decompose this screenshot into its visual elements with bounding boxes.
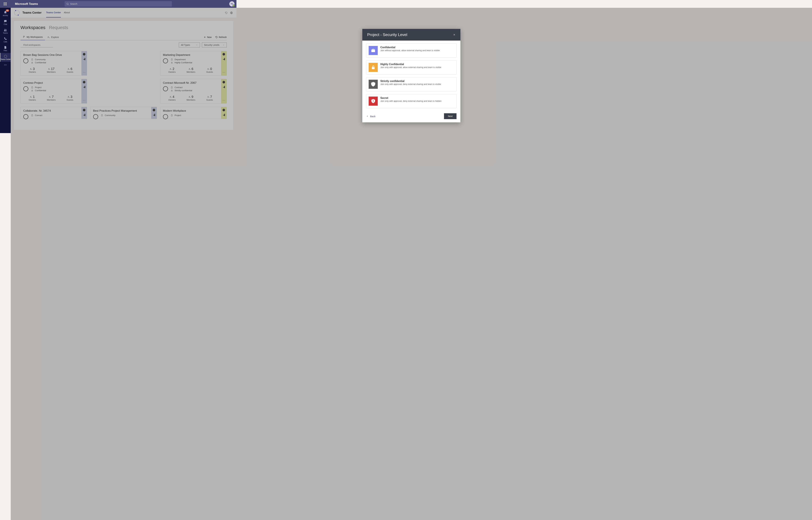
chat-icon bbox=[4, 20, 7, 23]
svg-point-5 bbox=[5, 64, 5, 65]
svg-point-2 bbox=[6, 29, 6, 30]
svg-point-4 bbox=[4, 64, 5, 65]
file-icon bbox=[4, 46, 7, 49]
teams-icon bbox=[4, 28, 7, 32]
activity-badge: 92 bbox=[6, 9, 9, 12]
global-search[interactable] bbox=[65, 1, 172, 7]
nav-files[interactable]: Files bbox=[0, 44, 11, 53]
svg-point-1 bbox=[4, 29, 5, 30]
app-name: Microsoft Teams bbox=[15, 2, 38, 6]
modal-overlay: Project - Security Level Confidential Jo… bbox=[11, 8, 236, 133]
app-icon bbox=[4, 54, 7, 58]
search-input[interactable] bbox=[70, 3, 170, 5]
left-nav: 92 Activity Chat Teams Calls Files Teams… bbox=[0, 8, 11, 133]
nav-more[interactable] bbox=[0, 62, 11, 68]
titlebar: Microsoft Teams TC bbox=[0, 0, 236, 8]
phone-icon bbox=[4, 37, 7, 41]
nav-activity[interactable]: 92 Activity bbox=[0, 9, 11, 18]
svg-point-0 bbox=[67, 3, 68, 4]
avatar[interactable]: TC bbox=[229, 1, 234, 6]
more-icon bbox=[4, 63, 7, 67]
search-icon bbox=[66, 3, 69, 5]
waffle-icon[interactable] bbox=[2, 2, 8, 5]
nav-teams-center[interactable]: Teams Center bbox=[0, 53, 11, 62]
nav-calls[interactable]: Calls bbox=[0, 35, 11, 44]
svg-point-3 bbox=[4, 55, 7, 58]
nav-teams[interactable]: Teams bbox=[0, 27, 11, 35]
nav-chat[interactable]: Chat bbox=[0, 18, 11, 27]
svg-point-6 bbox=[6, 64, 6, 65]
